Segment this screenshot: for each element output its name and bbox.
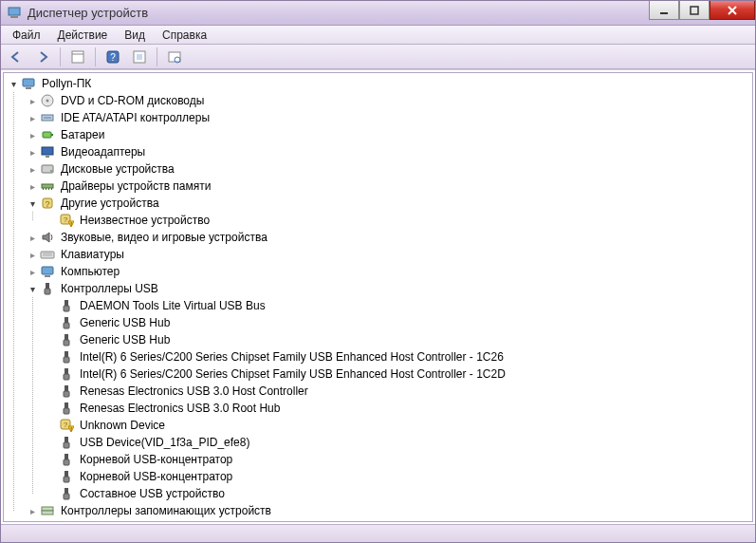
toolbar	[1, 45, 755, 69]
menubar: Файл Действие Вид Справка	[1, 26, 755, 45]
tree-node[interactable]: Звуковые, видео и игровые устройства	[25, 229, 752, 246]
content-area: Pollyn-ПКDVD и CD-ROM дисководыIDE ATA/A…	[1, 69, 755, 524]
expand-arrow-icon[interactable]	[25, 147, 40, 158]
tree-node-label: Контроллеры запоминающих устройств	[59, 503, 273, 518]
maximize-button[interactable]	[679, 1, 710, 20]
tree-node-label: Батареи	[59, 127, 106, 142]
tree-root[interactable]: Pollyn-ПК	[6, 75, 752, 92]
tree-node[interactable]: Renesas Electronics USB 3.0 Root Hub	[44, 400, 752, 417]
menu-action[interactable]: Действие	[50, 27, 116, 44]
tree-node-label: DVD и CD-ROM дисководы	[59, 93, 206, 108]
tree-node[interactable]: Видеоадаптеры	[25, 143, 752, 160]
device-tree-pane[interactable]: Pollyn-ПКDVD и CD-ROM дисководыIDE ATA/A…	[3, 72, 753, 522]
device-icon	[40, 281, 55, 296]
expand-arrow-icon[interactable]	[25, 233, 40, 243]
device-icon	[59, 349, 74, 365]
window-title: Диспетчер устройств	[28, 6, 148, 20]
device-icon	[59, 315, 74, 330]
expand-arrow-icon[interactable]	[25, 181, 40, 192]
menu-view[interactable]: Вид	[117, 27, 153, 44]
tree-node-label: Составное USB устройство	[78, 486, 227, 501]
device-icon	[59, 298, 74, 313]
tree-node-label: IDE ATA/ATAPI контроллеры	[59, 110, 212, 125]
device-icon	[40, 127, 55, 142]
tree-node-label: Renesas Electronics USB 3.0 Root Hub	[78, 401, 282, 416]
tree-node-label: DAEMON Tools Lite Virtual USB Bus	[78, 298, 267, 313]
statusbar	[1, 524, 755, 542]
tree-node-label: Неизвестное устройство	[78, 213, 212, 228]
menu-help[interactable]: Справка	[155, 27, 214, 44]
menu-file[interactable]: Файл	[5, 27, 48, 44]
tree-node-label: Renesas Electronics USB 3.0 Host Control…	[78, 384, 310, 399]
tree-node[interactable]: Неизвестное устройство	[44, 212, 752, 229]
close-button[interactable]	[710, 1, 755, 20]
device-icon	[59, 486, 74, 501]
tree-node[interactable]: Другие устройства	[25, 195, 752, 212]
tree-node[interactable]: Дисковые устройства	[25, 160, 752, 178]
device-icon	[40, 264, 55, 279]
expand-arrow-icon[interactable]	[25, 506, 40, 516]
expand-arrow-icon[interactable]	[25, 250, 40, 260]
device-tree: Pollyn-ПКDVD и CD-ROM дисководыIDE ATA/A…	[4, 73, 752, 521]
tree-node[interactable]: Драйверы устройств памяти	[25, 178, 752, 195]
tree-root-label: Pollyn-ПК	[40, 76, 93, 91]
properties-button[interactable]	[128, 47, 151, 67]
device-icon	[59, 435, 74, 450]
tree-node[interactable]: IDE ATA/ATAPI контроллеры	[25, 109, 752, 126]
tree-node[interactable]: Unknown Device	[44, 417, 752, 434]
toolbar-separator	[60, 47, 61, 66]
forward-button[interactable]	[31, 47, 54, 67]
tree-node-label: Intel(R) 6 Series/C200 Series Chipset Fa…	[78, 349, 506, 365]
expand-arrow-icon[interactable]	[25, 198, 40, 209]
device-icon	[40, 196, 55, 211]
expand-arrow-icon[interactable]	[25, 113, 40, 123]
toolbar-separator	[157, 47, 157, 66]
help-button[interactable]	[101, 47, 124, 67]
tree-node-label: Контроллеры USB	[59, 281, 160, 296]
tree-node[interactable]: Intel(R) 6 Series/C200 Series Chipset Fa…	[44, 365, 752, 383]
device-icon	[40, 93, 55, 108]
expand-arrow-icon[interactable]	[25, 267, 40, 277]
tree-node[interactable]: Контроллеры USB	[25, 280, 752, 297]
device-icon	[40, 178, 55, 194]
tree-node[interactable]: Компьютер	[25, 263, 752, 280]
tree-node-label: USB Device(VID_1f3a_PID_efe8)	[78, 435, 251, 450]
expand-arrow-icon[interactable]	[25, 130, 40, 140]
tree-node-label: Generic USB Hub	[78, 315, 172, 330]
tree-node[interactable]: Generic USB Hub	[44, 314, 752, 331]
svg-rect-42	[691, 7, 698, 14]
scan-hardware-button[interactable]	[163, 47, 186, 67]
tree-node[interactable]: Корневой USB-концентратор	[44, 468, 752, 485]
tree-node-label: Корневой USB-концентратор	[78, 452, 234, 467]
tree-node[interactable]: USB Device(VID_1f3a_PID_efe8)	[44, 434, 752, 451]
tree-node[interactable]: Корневой USB-концентратор	[44, 451, 752, 468]
device-icon	[59, 418, 74, 433]
tree-node-label: Клавиатуры	[59, 247, 126, 262]
device-icon	[59, 384, 74, 399]
tree-node-label: Звуковые, видео и игровые устройства	[59, 230, 269, 245]
toolbar-separator	[95, 47, 96, 66]
expand-arrow-icon[interactable]	[6, 79, 21, 89]
device-icon	[40, 161, 55, 177]
expand-arrow-icon[interactable]	[25, 284, 40, 294]
show-hide-tree-button[interactable]	[66, 47, 89, 67]
app-icon	[7, 5, 22, 20]
tree-node[interactable]: DAEMON Tools Lite Virtual USB Bus	[44, 297, 752, 314]
tree-node[interactable]: DVD и CD-ROM дисководы	[25, 92, 752, 109]
device-icon	[40, 503, 55, 518]
titlebar[interactable]: Диспетчер устройств	[1, 1, 755, 26]
tree-node[interactable]: Батареи	[25, 126, 752, 143]
tree-node[interactable]: Renesas Electronics USB 3.0 Host Control…	[44, 383, 752, 400]
tree-node[interactable]: Generic USB Hub	[44, 331, 752, 348]
tree-node-label: Unknown Device	[78, 418, 167, 433]
minimize-button[interactable]	[649, 1, 679, 20]
tree-node[interactable]: Intel(R) 6 Series/C200 Series Chipset Fa…	[44, 348, 752, 365]
tree-node-label: Intel(R) 6 Series/C200 Series Chipset Fa…	[78, 366, 507, 382]
expand-arrow-icon[interactable]	[25, 164, 40, 175]
expand-arrow-icon[interactable]	[25, 96, 40, 106]
tree-node[interactable]: Клавиатуры	[25, 246, 752, 263]
back-button[interactable]	[5, 47, 28, 67]
tree-node[interactable]: Контроллеры запоминающих устройств	[25, 502, 752, 519]
tree-node-label: Другие устройства	[59, 196, 161, 211]
tree-node[interactable]: Составное USB устройство	[44, 485, 752, 502]
